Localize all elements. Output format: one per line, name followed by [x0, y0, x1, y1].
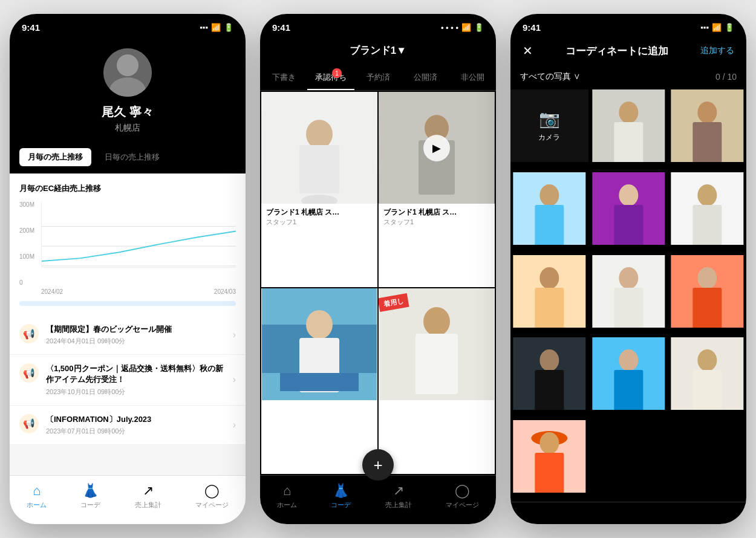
- photo-count: 0 / 10: [715, 72, 737, 82]
- svg-point-15: [306, 310, 333, 339]
- status-bar-2: 9:41 • • • • 📶 🔋: [260, 14, 496, 36]
- photo-8[interactable]: [668, 255, 746, 328]
- svg-rect-53: [693, 370, 722, 410]
- home-label-2: ホーム: [277, 501, 297, 510]
- avatar-image: [103, 48, 152, 97]
- avatar: [103, 48, 152, 97]
- chart-scrollbar[interactable]: [19, 301, 236, 306]
- post-image-2: ▶: [379, 92, 495, 204]
- notif-date-2: 2023年10月01日 09時00分: [46, 387, 226, 397]
- nav-sales-2[interactable]: ↗ 売上集計: [376, 481, 422, 512]
- fab-button[interactable]: +: [362, 449, 394, 481]
- post-image-1: [261, 92, 377, 204]
- nav-coord-1[interactable]: 👗 コーデ: [71, 481, 110, 512]
- nav-sales-1[interactable]: ↗ 売上集計: [125, 481, 171, 512]
- coord-icon-1: 👗: [82, 483, 99, 499]
- photo-1[interactable]: [590, 89, 668, 162]
- photo-12[interactable]: [510, 420, 588, 493]
- svg-point-56: [539, 432, 559, 454]
- brand-title[interactable]: ブランド1▼: [350, 44, 406, 57]
- svg-point-31: [619, 184, 638, 206]
- signal-icon: ▪▪▪: [200, 23, 208, 32]
- wifi-icon-3: 📶: [712, 23, 722, 32]
- post-item-2[interactable]: ▶ ブランド1 札幌店 ス… スタッフ1: [379, 92, 495, 287]
- photo-2[interactable]: [668, 89, 746, 162]
- notif-date-3: 2023年07月01日 09時00分: [46, 427, 226, 436]
- post-image-4: 着用し: [379, 288, 495, 400]
- user-name: 尾久 寧々: [102, 104, 154, 120]
- svg-rect-8: [299, 145, 339, 193]
- post-item-1[interactable]: ブランド1 札幌店 ス… スタッフ1: [261, 92, 377, 287]
- sales-label-2: 売上集計: [385, 501, 412, 510]
- coord-icon-2: 👗: [333, 483, 349, 499]
- svg-rect-57: [535, 453, 564, 493]
- tab-pending[interactable]: 承認待ち 1: [307, 66, 354, 90]
- svg-rect-23: [614, 122, 643, 162]
- dots-icon: • • • •: [441, 23, 458, 32]
- tab-daily[interactable]: 日毎の売上推移: [96, 148, 168, 166]
- tab-monthly[interactable]: 月毎の売上推移: [19, 148, 91, 166]
- coord-label-1: コーデ: [80, 501, 100, 510]
- brand-header: ブランド1▼: [260, 36, 496, 66]
- svg-rect-20: [415, 334, 458, 394]
- tab-published[interactable]: 公開済: [402, 66, 449, 90]
- photo-4[interactable]: [590, 172, 668, 245]
- user-header: 尾久 寧々 札幌店: [10, 36, 246, 148]
- photo-9[interactable]: [510, 337, 588, 410]
- nav-mypage-1[interactable]: ◯ マイページ: [186, 481, 238, 512]
- post-info-1: ブランド1 札幌店 ス… スタッフ1: [261, 204, 377, 232]
- photo-10[interactable]: [590, 337, 668, 410]
- svg-point-40: [619, 267, 638, 289]
- phone-2: 9:41 • • • • 📶 🔋 ブランド1▼ 下書き 承認待ち 1 予約済 公…: [260, 14, 496, 524]
- photo-5[interactable]: [668, 172, 746, 245]
- post-author-1: スタッフ1: [266, 218, 373, 227]
- coord-header: ✕ コーディネートに追加 追加する: [510, 36, 746, 66]
- tab-private[interactable]: 非公開: [449, 66, 496, 90]
- svg-point-46: [539, 349, 559, 371]
- svg-rect-32: [614, 205, 643, 245]
- add-action-button[interactable]: 追加する: [700, 45, 734, 56]
- chart-title: 月毎のEC経由売上推移: [19, 183, 236, 194]
- play-button[interactable]: ▶: [423, 135, 450, 161]
- main-content: 月毎のEC経由売上推移 300M 200M 100M 0: [10, 173, 246, 475]
- photo-11[interactable]: [668, 337, 746, 410]
- photo-7[interactable]: [590, 255, 668, 328]
- post-item-4[interactable]: 着用し: [379, 288, 495, 474]
- notification-2[interactable]: 📢 〈1,500円クーポン｜返品交換・送料無料〉秋の新作アイテム先行受注！ 20…: [10, 355, 246, 405]
- post-info-3: [261, 400, 377, 418]
- notification-1[interactable]: 📢 【期間限定】春のビッグセール開催 2024年04月01日 09時00分 ›: [10, 316, 246, 355]
- time-2: 9:41: [272, 22, 290, 33]
- filter-dropdown[interactable]: すべての写真 ∨: [520, 71, 581, 82]
- notif-body-3: 〔INFORMATION〕July.2023 2023年07月01日 09時00…: [46, 414, 226, 436]
- battery-icon-2: 🔋: [474, 23, 484, 32]
- svg-point-43: [698, 267, 717, 289]
- camera-cell[interactable]: 📷 カメラ: [510, 89, 588, 162]
- photo-grid: 📷 カメラ: [510, 89, 746, 502]
- notif-icon-1: 📢: [19, 324, 39, 343]
- nav-coord-2[interactable]: 👗 コーデ: [321, 481, 360, 512]
- svg-rect-26: [693, 122, 722, 162]
- nav-home-2[interactable]: ⌂ ホーム: [267, 481, 307, 512]
- tab-draft[interactable]: 下書き: [260, 66, 307, 90]
- svg-point-52: [698, 349, 717, 371]
- notif-icon-2: 📢: [19, 363, 39, 383]
- photo-6[interactable]: [510, 255, 588, 328]
- chart-tabs: 月毎の売上推移 日毎の売上推移: [10, 148, 246, 173]
- mypage-label-2: マイページ: [446, 501, 479, 510]
- notification-3[interactable]: 📢 〔INFORMATION〕July.2023 2023年07月01日 09時…: [10, 406, 246, 445]
- bottom-nav-2: ⌂ ホーム 👗 コーデ ↗ 売上集計 ◯ マイページ: [260, 475, 496, 524]
- nav-dummy: [619, 507, 638, 512]
- sales-label-1: 売上集計: [135, 501, 161, 510]
- header-title: コーディネートに追加: [565, 44, 668, 58]
- bottom-nav-1: ⌂ ホーム 👗 コーデ ↗ 売上集計 ◯ マイページ: [10, 475, 246, 524]
- tab-reserved[interactable]: 予約済: [354, 66, 402, 90]
- close-button[interactable]: ✕: [523, 44, 533, 58]
- svg-point-7: [306, 120, 333, 149]
- user-store: 札幌店: [115, 123, 140, 134]
- coord-label-2: コーデ: [331, 501, 351, 510]
- nav-home-1[interactable]: ⌂ ホーム: [17, 481, 56, 512]
- phone-3: 9:41 ▪▪▪ 📶 🔋 ✕ コーディネートに追加 追加する すべての写真 ∨ …: [510, 14, 746, 524]
- post-item-3[interactable]: [261, 288, 377, 474]
- photo-3[interactable]: [510, 172, 588, 245]
- nav-mypage-2[interactable]: ◯ マイページ: [436, 481, 489, 512]
